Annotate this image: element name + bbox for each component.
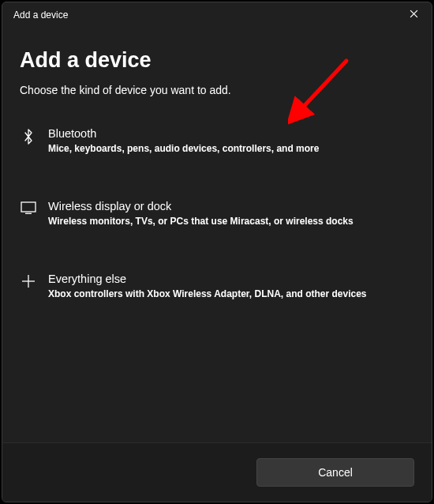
titlebar: Add a device xyxy=(2,2,432,28)
option-desc: Wireless monitors, TVs, or PCs that use … xyxy=(48,215,354,228)
plus-icon xyxy=(20,274,37,288)
bluetooth-icon xyxy=(20,129,37,145)
option-desc: Xbox controllers with Xbox Wireless Adap… xyxy=(48,288,367,300)
titlebar-title: Add a device xyxy=(13,9,68,21)
cancel-button[interactable]: Cancel xyxy=(256,458,414,487)
option-title: Wireless display or dock xyxy=(48,199,354,214)
close-icon xyxy=(410,9,418,21)
svg-rect-0 xyxy=(21,202,36,212)
option-bluetooth[interactable]: Bluetooth Mice, keyboards, pens, audio d… xyxy=(15,114,414,167)
option-everything-else[interactable]: Everything else Xbox controllers with Xb… xyxy=(15,259,414,313)
display-icon xyxy=(20,201,37,214)
option-desc: Mice, keyboards, pens, audio devices, co… xyxy=(48,142,319,155)
option-wireless-display[interactable]: Wireless display or dock Wireless monito… xyxy=(15,186,414,240)
add-device-dialog: Add a device Add a device Choose the kin… xyxy=(2,2,432,502)
device-options-list: Bluetooth Mice, keyboards, pens, audio d… xyxy=(15,114,414,313)
page-title: Add a device xyxy=(20,48,414,73)
option-title: Bluetooth xyxy=(48,126,319,141)
option-title: Everything else xyxy=(48,272,367,287)
cancel-label: Cancel xyxy=(318,466,353,479)
close-button[interactable] xyxy=(395,2,432,28)
page-subtitle: Choose the kind of device you want to ad… xyxy=(20,84,414,96)
dialog-content: Add a device Choose the kind of device y… xyxy=(2,28,432,442)
dialog-footer: Cancel xyxy=(2,442,432,502)
